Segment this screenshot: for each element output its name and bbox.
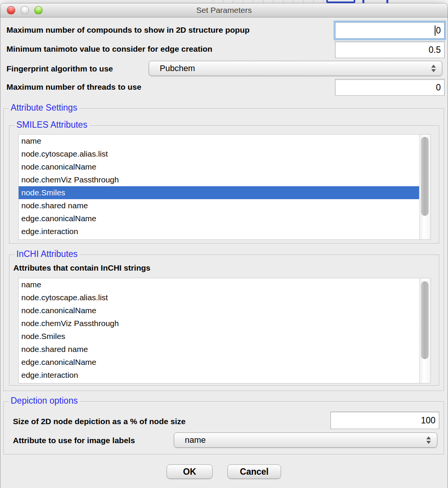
list-item[interactable]: name	[19, 278, 431, 291]
inchi-attributes-group: InCHI Attributes Attributes that contain…	[9, 255, 439, 386]
list-item[interactable]: node.canonicalName	[19, 304, 431, 317]
list-item[interactable]: node.cytoscape.alias.list	[19, 147, 431, 160]
fingerprint-value: Pubchem	[160, 63, 195, 73]
attribute-settings-title: Attribute Settings	[9, 103, 79, 113]
depiction-size-label: Size of 2D node depiction as a % of node…	[13, 417, 186, 426]
list-item[interactable]: node.shared name	[19, 199, 431, 212]
fingerprint-label: Fingerprint algorithm to use	[6, 64, 113, 73]
list-item[interactable]: node.cytoscape.alias.list	[19, 291, 431, 304]
depiction-size-input[interactable]: 100	[330, 412, 439, 429]
screen: Set Parameters Maximum number of compoun…	[0, 0, 448, 488]
image-labels-select[interactable]: name	[174, 433, 437, 448]
smiles-attributes-group: SMILES Attributes namenode.cytoscape.ali…	[9, 125, 439, 244]
cancel-button[interactable]: Cancel	[227, 464, 281, 479]
text-caret	[435, 25, 435, 36]
max-compounds-input[interactable]: 0	[335, 22, 445, 39]
attribute-settings-group: Attribute Settings SMILES Attributes nam…	[3, 108, 444, 391]
smiles-scrollbar-thumb[interactable]	[421, 137, 429, 216]
min-tanimoto-input[interactable]: 0.5	[335, 41, 445, 58]
ok-button[interactable]: OK	[167, 464, 213, 479]
smiles-attributes-list[interactable]: namenode.cytoscape.alias.listnode.canoni…	[18, 134, 431, 240]
smiles-list-scrollbar[interactable]	[419, 135, 431, 239]
max-compounds-label: Maximum number of compounds to show in 2…	[6, 25, 249, 35]
list-item[interactable]: edge.interaction	[19, 225, 431, 238]
inchi-scrollbar-thumb[interactable]	[421, 281, 429, 359]
image-labels-label: Attribute to use for image labels	[13, 436, 135, 445]
title-bar[interactable]: Set Parameters	[0, 3, 448, 17]
depiction-size-value: 100	[421, 415, 435, 426]
list-item[interactable]: node.Smiles	[19, 186, 419, 199]
inchi-list-scrollbar[interactable]	[419, 278, 431, 383]
list-item[interactable]: node.chemViz Passthrough	[19, 173, 431, 186]
list-item[interactable]: node.canonicalName	[19, 160, 431, 173]
list-item[interactable]: edge.canonicalName	[19, 356, 431, 369]
inchi-attributes-list[interactable]: namenode.cytoscape.alias.listnode.canoni…	[18, 278, 431, 383]
depiction-options-group: Depiction options Size of 2D node depict…	[3, 401, 444, 455]
list-item[interactable]: node.shared name	[19, 343, 431, 356]
max-threads-label: Maximum number of threads to use	[6, 82, 141, 92]
inchi-attributes-title: InCHI Attributes	[14, 249, 79, 259]
inchi-strings-label: Attributes that contain InCHI strings	[13, 263, 151, 273]
list-item[interactable]: node.chemViz Passthrough	[19, 317, 431, 330]
smiles-attributes-title: SMILES Attributes	[14, 120, 89, 130]
stepper-arrows-icon	[431, 61, 436, 76]
background-selection-rect	[326, 0, 355, 3]
list-item[interactable]: node.Smiles	[19, 330, 431, 343]
window-title: Set Parameters	[0, 6, 448, 15]
max-threads-input[interactable]: 0	[335, 79, 445, 96]
min-tanimoto-value: 0.5	[429, 45, 441, 55]
list-item[interactable]: edge.interaction	[19, 369, 431, 382]
fingerprint-select[interactable]: Pubchem	[149, 61, 442, 76]
set-parameters-dialog: Set Parameters Maximum number of compoun…	[0, 3, 448, 488]
min-tanimoto-label: Minimum tanimoto value to consider for e…	[6, 44, 212, 54]
max-threads-value: 0	[436, 82, 441, 93]
list-item[interactable]: name	[19, 135, 431, 147]
max-compounds-value: 0	[436, 25, 441, 36]
depiction-options-title: Depiction options	[9, 396, 79, 406]
list-item[interactable]: edge.canonicalName	[19, 212, 431, 225]
stepper-arrows-icon	[426, 433, 431, 447]
image-labels-value: name	[185, 435, 206, 445]
